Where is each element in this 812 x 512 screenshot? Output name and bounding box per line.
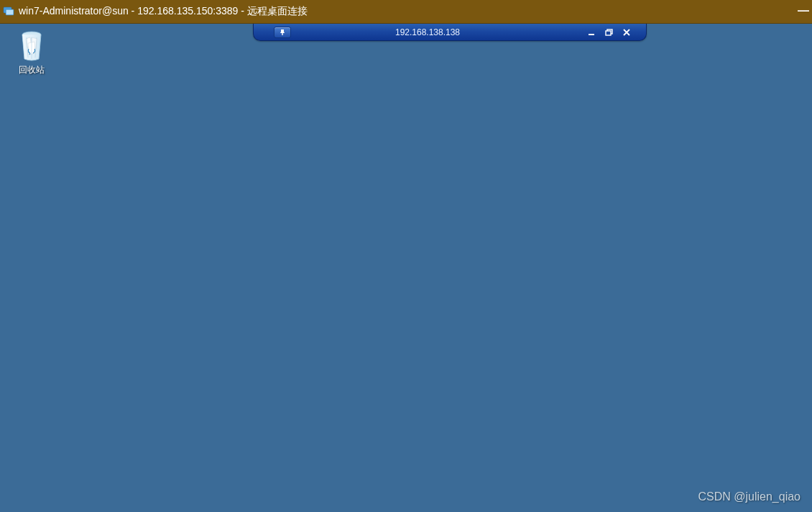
remote-desktop[interactable]: 192.168.138.138 xyxy=(0,24,812,512)
restore-icon xyxy=(605,29,614,36)
recycle-bin-icon xyxy=(16,28,47,64)
svg-rect-6 xyxy=(606,31,611,35)
pin-icon xyxy=(279,29,286,36)
window-title-bar[interactable]: win7-Administrator@sun - 192.168.135.150… xyxy=(0,0,812,24)
title-dash: — xyxy=(798,4,809,17)
desktop-icon-recycle-bin[interactable]: 回收站 xyxy=(6,28,57,76)
rdp-ip-label: 192.168.138.138 xyxy=(291,27,586,37)
minimize-button[interactable] xyxy=(586,27,599,37)
rdp-connection-bar[interactable]: 192.168.138.138 xyxy=(253,24,647,41)
rdp-app-icon xyxy=(3,6,14,17)
minimize-icon xyxy=(588,29,596,36)
pin-button[interactable] xyxy=(274,27,291,38)
svg-rect-4 xyxy=(589,34,594,35)
window-title: win7-Administrator@sun - 192.168.135.150… xyxy=(19,5,308,18)
rdp-window-controls xyxy=(586,27,633,37)
watermark: CSDN @julien_qiao xyxy=(698,490,801,503)
desktop-icon-label: 回收站 xyxy=(19,64,45,76)
svg-rect-2 xyxy=(6,10,13,14)
svg-rect-3 xyxy=(282,33,282,35)
close-icon xyxy=(622,29,631,36)
close-button[interactable] xyxy=(620,27,633,37)
restore-button[interactable] xyxy=(603,27,616,37)
